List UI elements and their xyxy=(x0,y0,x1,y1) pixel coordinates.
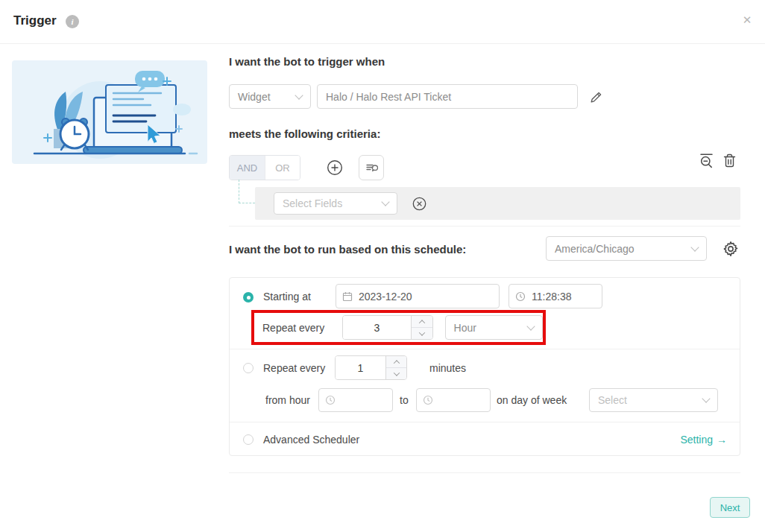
step-up-icon[interactable] xyxy=(386,356,406,367)
chevron-down-icon xyxy=(702,394,710,402)
from-hour-label: from hour xyxy=(265,394,310,406)
clock-icon xyxy=(423,395,433,405)
repeat-minutes-value[interactable] xyxy=(336,356,385,379)
setting-link-text: Setting xyxy=(680,434,713,446)
edit-pencil-icon[interactable] xyxy=(588,89,604,105)
and-button[interactable]: AND xyxy=(230,156,265,180)
trigger-when-heading: I want the bot to trigger when xyxy=(229,55,385,68)
condition-row: Select Fields xyxy=(255,187,740,220)
repeat-unit-value: Hour xyxy=(454,322,476,334)
chevron-down-icon xyxy=(295,91,303,99)
calendar-icon xyxy=(342,291,353,302)
clock-icon xyxy=(515,291,526,302)
starting-at-label: Starting at xyxy=(263,291,311,303)
minutes-suffix-label: minutes xyxy=(429,362,466,374)
schedule-heading: I want the bot to run based on this sche… xyxy=(229,243,466,256)
start-time-input[interactable] xyxy=(509,284,602,308)
repeat-unit-select[interactable]: Hour xyxy=(445,315,543,340)
chevron-down-icon xyxy=(690,243,699,251)
preview-filter-icon[interactable] xyxy=(698,151,714,169)
criteria-connector xyxy=(239,180,255,203)
add-group-icon[interactable] xyxy=(359,155,384,180)
select-fields-placeholder: Select Fields xyxy=(283,197,342,209)
chevron-down-icon xyxy=(526,322,535,330)
remove-condition-icon[interactable] xyxy=(412,197,426,211)
timezone-value: America/Chicago xyxy=(555,243,635,255)
trigger-illustration xyxy=(12,60,207,164)
step-down-icon[interactable] xyxy=(386,367,406,379)
criteria-heading: meets the following critieria: xyxy=(229,127,380,140)
advanced-scheduler-label: Advanced Scheduler xyxy=(263,434,359,446)
row-divider xyxy=(230,349,740,349)
stepper-controls xyxy=(411,316,432,339)
arrow-right-icon: → xyxy=(717,434,727,446)
step-down-icon[interactable] xyxy=(412,327,432,339)
to-hour-input[interactable] xyxy=(416,388,491,412)
footer-divider xyxy=(229,472,740,473)
illustration-graphic xyxy=(12,60,207,164)
trigger-type-value: Widget xyxy=(238,91,271,103)
stepper-controls xyxy=(385,356,406,379)
chevron-down-icon xyxy=(381,197,389,206)
close-icon[interactable]: ✕ xyxy=(738,11,756,29)
to-label: to xyxy=(400,394,409,406)
repeat-every-label: Repeat every xyxy=(262,322,324,334)
trigger-dialog: Trigger i ✕ xyxy=(0,0,765,532)
day-of-week-placeholder: Select xyxy=(598,394,627,406)
radio-starting-at[interactable] xyxy=(243,292,254,303)
repeat-minutes-label: Repeat every xyxy=(263,362,325,374)
step-up-icon[interactable] xyxy=(412,316,432,327)
repeat-hour-highlight: Repeat every Hour xyxy=(251,310,546,345)
delete-trash-icon[interactable] xyxy=(722,152,737,169)
day-of-week-label: on day of week xyxy=(497,394,567,406)
schedule-options-panel: Starting at Repeat every xyxy=(229,277,740,456)
andor-toggle: AND OR xyxy=(229,155,300,180)
clock-icon xyxy=(325,395,336,405)
schedule-settings-gear-icon[interactable] xyxy=(721,239,740,259)
trigger-source-input[interactable] xyxy=(317,84,578,109)
from-hour-input[interactable] xyxy=(318,388,393,412)
radio-repeat-minutes[interactable] xyxy=(243,363,254,373)
add-condition-icon[interactable] xyxy=(327,159,343,176)
repeat-hour-stepper[interactable] xyxy=(342,315,432,340)
trigger-type-select[interactable]: Widget xyxy=(229,84,311,109)
page-title: Trigger xyxy=(13,13,57,28)
dialog-header: Trigger i ✕ xyxy=(0,0,765,44)
select-fields-dropdown[interactable]: Select Fields xyxy=(274,192,397,215)
repeat-hour-value[interactable] xyxy=(343,316,410,339)
start-date-input[interactable] xyxy=(336,284,500,308)
info-icon[interactable]: i xyxy=(66,15,79,28)
timezone-select[interactable]: America/Chicago xyxy=(546,236,707,261)
advanced-setting-link[interactable]: Setting → xyxy=(680,434,727,446)
row-divider xyxy=(230,422,740,422)
section-divider xyxy=(229,226,740,227)
day-of-week-select[interactable]: Select xyxy=(589,388,718,412)
radio-advanced-scheduler[interactable] xyxy=(243,434,254,445)
next-button[interactable]: Next xyxy=(710,497,750,518)
or-button[interactable]: OR xyxy=(265,156,300,180)
repeat-minutes-stepper[interactable] xyxy=(335,355,407,380)
